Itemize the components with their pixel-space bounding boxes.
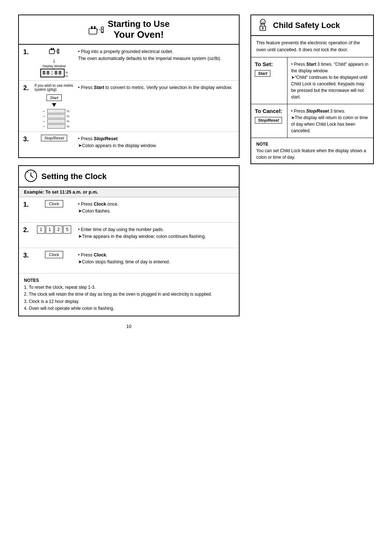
clock-step-1-num: 1. (19, 197, 32, 222)
step-3-graphic: Stop/Reset (32, 132, 76, 157)
stop-reset-button-s3[interactable]: Stop/Reset (41, 135, 67, 141)
svg-point-13 (58, 52, 58, 53)
to-cancel-label-cell: To Cancel: Stop/Reset (251, 104, 287, 138)
clock-header: Setting the Clock (19, 166, 239, 187)
display-segment: 88:88 (42, 70, 62, 76)
strip-1: → % (42, 109, 70, 113)
unit-labels: % ⁄₁₆ (65, 71, 68, 77)
svg-point-24 (262, 27, 264, 29)
step-2-label: If you wish to use metric system (g/kg): (34, 84, 74, 92)
step-2-text: • Press Start to convert to metric. Veri… (76, 81, 239, 131)
display-label-text: Display Window (42, 64, 66, 68)
display-row: 88:88 % ⁄₁₆ (40, 69, 68, 77)
step-3-row: 3. Stop/Reset • Press Stop/Reset. ➤Colon… (19, 132, 239, 157)
clock-step-2-graphic: 1 1 2 5 (32, 223, 76, 248)
clock-step-3-num: 3. (19, 248, 32, 273)
clock-button-3[interactable]: Clock (45, 251, 63, 258)
stop-reset-button-tocancel[interactable]: Stop/Reset (255, 117, 282, 123)
lock-icon (256, 18, 269, 32)
strip-4: → % (42, 124, 70, 129)
note-section: NOTE You can set Child Lock feature when… (251, 138, 373, 163)
note-3: 3. Clock is a 12 hour display. (24, 298, 234, 305)
clock-step-2-text: • Enter time of day using the number pad… (76, 223, 239, 248)
clock-step-3-row: 3. Clock • Press Clock. ➤Colon stops fla… (19, 248, 239, 274)
starting-header: Starting to Use Your Oven! (19, 15, 239, 45)
step-2-graphic: If you wish to use metric system (g/kg):… (32, 81, 76, 131)
clock-button-1[interactable]: Clock (45, 200, 63, 207)
clock-title: Setting the Clock (41, 172, 107, 181)
to-set-label: To Set: (255, 61, 273, 67)
to-set-row: To Set: Start • Press Start 3 times. "Ch… (251, 57, 373, 104)
oven-icon (88, 22, 104, 38)
start-button-s2[interactable]: Start (46, 94, 61, 101)
step-2-number: 2. (19, 81, 32, 131)
svg-point-21 (261, 21, 262, 22)
clock-step-2-num: 2. (19, 223, 32, 248)
step-1-graphic: ↓ Display Window 88:88 % ⁄₁₆ (32, 45, 76, 80)
clock-step-1-row: 1. Clock • Press Clock once. ➤Colon flas… (19, 197, 239, 223)
strip-2: → % (42, 114, 70, 118)
svg-point-17 (30, 175, 32, 177)
to-cancel-label: To Cancel: (255, 108, 282, 114)
svg-point-12 (58, 50, 58, 51)
plug-icon (49, 48, 59, 56)
child-title: Child Safety Lock (273, 21, 340, 30)
left-column: Starting to Use Your Oven! 1. (18, 15, 240, 329)
svg-rect-2 (94, 26, 95, 29)
svg-point-5 (102, 28, 103, 29)
num-pad: 1 1 2 5 (37, 226, 71, 234)
to-set-content: • Press Start 3 times. "Child" appears i… (287, 57, 373, 104)
svg-rect-8 (51, 48, 52, 50)
child-header: Child Safety Lock (251, 15, 373, 36)
to-set-label-cell: To Set: Start (251, 57, 287, 104)
step-3-text: • Press Stop/Reset. ➤Colon appears in th… (76, 132, 239, 157)
starting-title: Starting to Use Your Oven! (108, 19, 170, 40)
svg-point-6 (102, 31, 103, 32)
page-number: 10 (18, 324, 240, 329)
strip-3: → % (42, 119, 70, 123)
svg-rect-1 (91, 26, 93, 29)
note-text: You can set Child Lock feature when the … (256, 148, 366, 160)
clock-step-3-graphic: Clock (32, 248, 76, 273)
step-3-number: 3. (19, 132, 32, 157)
child-safety-section: Child Safety Lock This feature prevents … (250, 15, 374, 164)
display-window-graphic: ↓ Display Window 88:88 % ⁄₁₆ (40, 48, 68, 77)
key-2[interactable]: 2 (54, 226, 62, 234)
clock-section: Setting the Clock Example: To set 11:25 … (18, 165, 240, 316)
note-label: NOTE (256, 142, 268, 147)
page-layout: Starting to Use Your Oven! 1. (18, 15, 374, 329)
svg-rect-0 (89, 28, 97, 34)
notes-title: NOTES (24, 277, 234, 284)
step-1-text: • Plug into a properly grounded electric… (76, 45, 239, 80)
right-column: Child Safety Lock This feature prevents … (250, 15, 374, 171)
clock-step-1-text: • Press Clock once. ➤Colon flashes. (76, 197, 239, 222)
step-1-number: 1. (19, 45, 32, 80)
step-1-row: 1. (19, 45, 239, 81)
start-button-toset[interactable]: Start (255, 70, 270, 77)
strips-graphic: → % → % → % (42, 109, 70, 129)
clock-notes: NOTES 1. To reset the clock, repeat step… (19, 274, 239, 316)
note-1: 1. To reset the clock, repeat step 1-3. (24, 284, 234, 291)
svg-point-22 (264, 21, 264, 22)
step-2-row: 2. If you wish to use metric system (g/k… (19, 81, 239, 132)
clock-step-2-row: 2. 1 1 2 5 • Enter time of day using the… (19, 223, 239, 248)
clock-icon (24, 169, 38, 184)
note-4: 4. Oven will not operate while colon is … (24, 305, 234, 312)
example-bar: Example: To set 11:25 a.m. or p.m. (19, 187, 239, 197)
to-cancel-row: To Cancel: Stop/Reset • Press Stop/Reset… (251, 104, 373, 138)
arrow-down-2 (52, 103, 56, 107)
arrow-down-1: ↓ (53, 57, 56, 64)
child-intro: This feature prevents the electronic ope… (251, 36, 373, 57)
key-1a[interactable]: 1 (37, 226, 45, 234)
note-2: 2. The clock will retain the time of day… (24, 291, 234, 298)
to-cancel-content: • Press Stop/Reset 3 times. ➤The display… (287, 104, 373, 138)
clock-step-3-text: • Press Clock. ➤Colon stops flashing; ti… (76, 248, 239, 273)
key-1b[interactable]: 1 (46, 226, 54, 234)
key-5[interactable]: 5 (63, 226, 71, 234)
starting-section: Starting to Use Your Oven! 1. (18, 15, 240, 158)
clock-step-1-graphic: Clock (32, 197, 76, 222)
svg-rect-9 (53, 48, 54, 50)
